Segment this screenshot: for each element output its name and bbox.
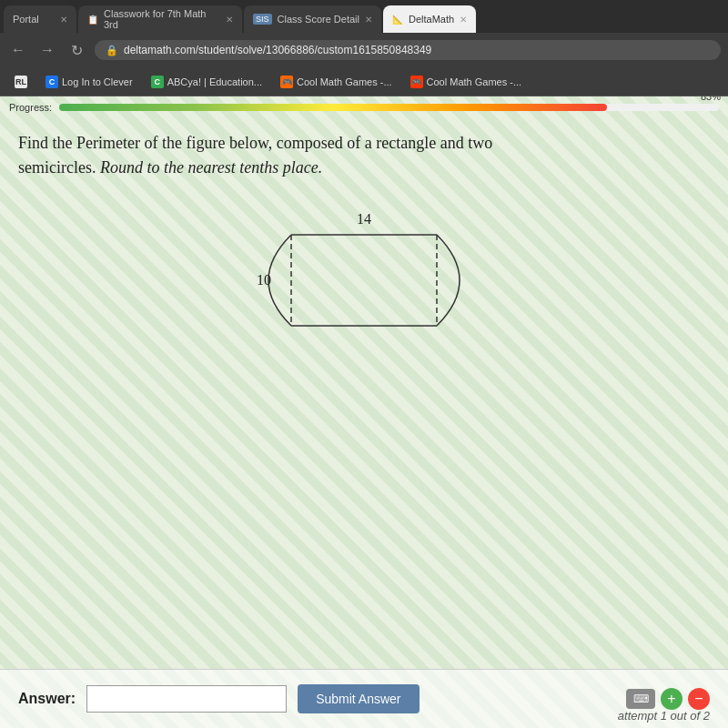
bookmark-clever-icon: C <box>46 76 58 88</box>
tab-deltamath-icon: 📐 <box>392 15 403 25</box>
tab-deltamath-label: DeltaMath <box>409 14 454 25</box>
dim-10: 10 <box>257 272 271 288</box>
tab-classwork-close[interactable]: ✕ <box>226 15 233 25</box>
bookmark-rl[interactable]: RL <box>7 73 35 91</box>
question-line1: Find the Perimeter of the figure below, … <box>18 134 492 152</box>
tab-classwork-label: Classwork for 7th Math 3rd <box>104 8 220 30</box>
keyboard-icon[interactable]: ⌨ <box>626 689 655 709</box>
tab-class-score-close[interactable]: ✕ <box>365 15 372 25</box>
tab-portal[interactable]: Portal ✕ <box>4 5 76 33</box>
answer-label: Answer: <box>18 691 76 707</box>
bookmark-abcya-icon: C <box>151 76 164 88</box>
tab-class-score[interactable]: SIS Class Score Detail ✕ <box>244 5 381 33</box>
tab-deltamath[interactable]: 📐 DeltaMath ✕ <box>383 5 476 33</box>
progress-bar-fill <box>59 104 607 111</box>
bookmark-abcya-label: ABCya! | Education... <box>167 76 262 87</box>
back-button[interactable]: ← <box>7 42 29 58</box>
answer-input[interactable] <box>86 685 287 713</box>
plus-button[interactable]: + <box>661 688 682 710</box>
tab-deltamath-close[interactable]: ✕ <box>460 15 467 25</box>
tab-class-score-label: Class Score Detail <box>278 14 359 25</box>
bookmark-log-in-clever[interactable]: C Log In to Clever <box>38 73 140 91</box>
submit-button[interactable]: Submit Answer <box>298 684 419 713</box>
progress-percent: 83% <box>701 96 721 102</box>
tab-portal-close[interactable]: ✕ <box>60 15 67 25</box>
question-text: Find the Perimeter of the figure below, … <box>18 131 710 180</box>
refresh-button[interactable]: ↻ <box>66 42 87 59</box>
question-area: Find the Perimeter of the figure below, … <box>0 113 728 189</box>
page-content: Progress: 83% Find the Perimeter of the … <box>0 96 728 728</box>
progress-container: Progress: 83% <box>0 96 728 113</box>
progress-label: Progress: <box>9 102 52 113</box>
bookmark-clever-label: Log In to Clever <box>62 76 133 87</box>
tab-class-score-icon: SIS <box>253 14 272 25</box>
dim-14: 14 <box>357 211 371 227</box>
math-figure: 14 10 <box>237 207 491 357</box>
answer-row: Answer: Submit Answer ⌨ + − <box>18 684 710 713</box>
keyboard-icon-area: ⌨ + − <box>626 688 710 710</box>
bookmark-abcya[interactable]: C ABCya! | Education... <box>144 73 269 91</box>
question-line3: Round to the nearest tenths place. <box>100 158 322 177</box>
question-line2: semicircles. <box>18 158 100 177</box>
attempt-text: attempt 1 out of 2 <box>618 709 710 723</box>
bookmark-cool-math-1[interactable]: 🎮 Cool Math Games -... <box>273 73 399 91</box>
forward-button[interactable]: → <box>36 42 58 58</box>
answer-section: Answer: Submit Answer ⌨ + − attempt 1 ou… <box>0 669 728 728</box>
tab-classwork[interactable]: 📋 Classwork for 7th Math 3rd ✕ <box>78 5 242 33</box>
figure-area: 14 10 <box>0 207 728 357</box>
bookmark-cool-math-2-icon: 🎮 <box>410 76 423 88</box>
bookmark-cool-math-1-icon: 🎮 <box>280 76 293 88</box>
bookmarks-bar: RL C Log In to Clever C ABCya! | Educati… <box>0 67 728 96</box>
browser-chrome: Portal ✕ 📋 Classwork for 7th Math 3rd ✕ … <box>0 0 728 96</box>
tab-classwork-icon: 📋 <box>87 15 98 25</box>
address-bar[interactable]: 🔒 deltamath.com/student/solve/13066886/c… <box>95 40 721 60</box>
math-svg: 14 10 <box>237 207 491 353</box>
tab-bar: Portal ✕ 📋 Classwork for 7th Math 3rd ✕ … <box>0 0 728 33</box>
bookmark-cool-math-1-label: Cool Math Games -... <box>297 76 392 87</box>
page-icon: 🔒 <box>106 45 118 56</box>
tab-portal-label: Portal <box>13 14 39 25</box>
bookmark-rl-icon: RL <box>15 76 27 88</box>
progress-bar-wrapper: 83% <box>59 104 719 111</box>
minus-button[interactable]: − <box>688 688 710 710</box>
address-bar-row: ← → ↻ 🔒 deltamath.com/student/solve/1306… <box>0 33 728 67</box>
bookmark-cool-math-2-label: Cool Math Games -... <box>427 76 522 87</box>
url-text: deltamath.com/student/solve/13066886/cus… <box>124 44 431 56</box>
bookmark-cool-math-2[interactable]: 🎮 Cool Math Games -... <box>403 73 530 91</box>
